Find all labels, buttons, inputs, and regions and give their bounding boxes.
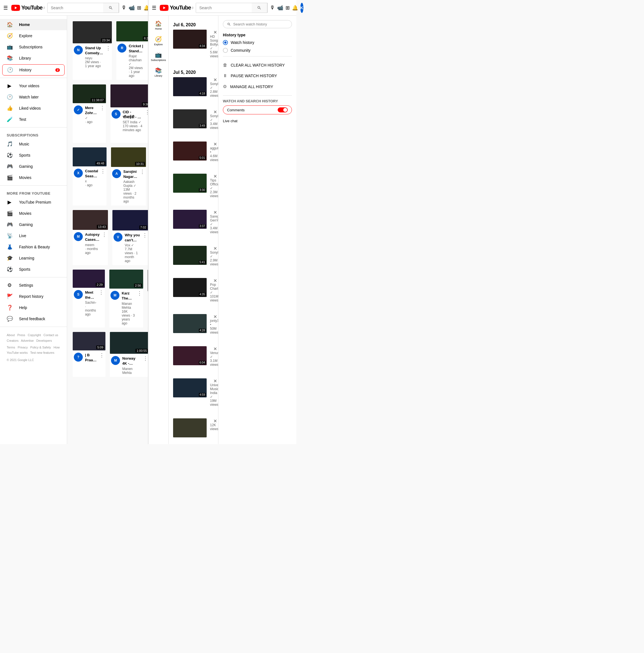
- right-user-avatar[interactable]: K: [300, 3, 303, 13]
- video-more-options[interactable]: ⋮: [99, 352, 104, 358]
- video-more-options[interactable]: ⋮: [102, 232, 107, 238]
- nav-subscriptions[interactable]: 📺 Subscriptions: [150, 49, 168, 64]
- sidebar-item-report-history[interactable]: 🚩 Report history: [0, 291, 67, 302]
- history-search-input[interactable]: [233, 22, 288, 26]
- notification-bell-icon[interactable]: 🔔: [144, 3, 148, 13]
- video-card[interactable]: 5:00 F Baba Sehgal - Thanda Thanda Pani(…: [148, 270, 148, 327]
- sidebar-item-history[interactable]: 🕐 History 2: [2, 64, 65, 75]
- footer-copyright[interactable]: Copyright: [28, 333, 41, 337]
- video-card[interactable]: 2:56 M Karz Theme Music - A humble tribu…: [109, 270, 143, 327]
- video-card[interactable]: 49:48 X Coastal Seas | FULL x · ago ⋮: [73, 147, 106, 206]
- nav-home[interactable]: 🏠 Home: [150, 18, 168, 32]
- sidebar-item-watch-later[interactable]: 🕐 Watch later: [0, 92, 67, 103]
- nav-library[interactable]: 📚 Library: [150, 65, 168, 79]
- sidebar-item-help[interactable]: ❓ Help: [0, 302, 67, 313]
- apps-grid-icon[interactable]: ⊞: [137, 3, 141, 13]
- video-more-options[interactable]: ⋮: [145, 109, 148, 115]
- footer-creators[interactable]: Creators: [7, 339, 19, 342]
- video-more-options[interactable]: ⋮: [140, 169, 145, 175]
- video-more-options[interactable]: ⋮: [137, 290, 142, 296]
- right-menu-icon[interactable]: ☰: [152, 3, 156, 13]
- history-remove-button[interactable]: ✕: [213, 378, 217, 384]
- video-card[interactable]: 1:00:55 M Norway 4K - Scenic Relaxation …: [110, 332, 148, 377]
- sidebar-item-learning[interactable]: 🎓 Learning: [0, 252, 67, 264]
- sidebar-item-your-videos[interactable]: ▶ Your videos: [0, 80, 67, 92]
- history-item[interactable]: 4:35 Leja Leja Re... Pop Chartbusters ✓ …: [173, 278, 214, 311]
- sidebar-item-sports[interactable]: ⚽ Sports: [0, 150, 67, 161]
- history-item[interactable]: 4:34 हम दोनों दो प्रे... HD Songs Bollyw…: [173, 30, 214, 67]
- history-remove-button[interactable]: ✕: [213, 314, 217, 319]
- sidebar-item-feedback[interactable]: 💬 Send feedback: [0, 313, 67, 324]
- video-card[interactable]: 7:02 V Why you can't compare Covid-19 va…: [113, 210, 148, 265]
- video-more-options[interactable]: ⋮: [100, 105, 105, 111]
- clear-all-btn[interactable]: 🗑 CLEAR ALL WATCH HISTORY: [223, 60, 292, 71]
- history-remove-button[interactable]: ✕: [213, 174, 217, 179]
- video-card[interactable]: 10:31 A Sarojini Nagar | Excuse Me Broth…: [111, 147, 146, 206]
- menu-icon[interactable]: ☰: [3, 3, 8, 13]
- sidebar-item-subscriptions[interactable]: 📺 Subscriptions: [0, 41, 67, 53]
- history-remove-button[interactable]: ✕: [213, 142, 217, 147]
- video-more-options[interactable]: ⋮: [146, 43, 148, 49]
- footer-contact[interactable]: Contact us: [43, 333, 58, 337]
- video-card[interactable]: 11:38:07 ✓ Mere Zohra Jabeen | Wade Pyar…: [73, 84, 106, 143]
- history-item[interactable]: 6:04 Kam... Ishq -... Venus ✓ 3.1M views…: [173, 346, 214, 375]
- sidebar-item-liked-videos[interactable]: 👍 Liked videos: [0, 103, 67, 114]
- mic-icon[interactable]: 🎙: [121, 3, 126, 13]
- history-item[interactable]: All Abou... 12K views ✕ ⋮: [173, 418, 214, 437]
- sidebar-item-test[interactable]: 🧪 Test: [0, 114, 67, 125]
- video-more-options[interactable]: ⋮: [106, 45, 111, 51]
- right-video-icon[interactable]: 📹: [277, 3, 283, 13]
- search-button[interactable]: [103, 3, 119, 13]
- footer-about[interactable]: About: [7, 333, 15, 337]
- video-more-options[interactable]: ⋮: [100, 168, 105, 174]
- sidebar-item-explore[interactable]: 🧭 Explore: [0, 30, 67, 41]
- history-remove-button[interactable]: ✕: [213, 30, 217, 35]
- history-item[interactable]: 3:30 90s Popu... Tips Official ✓ 2.3M vi…: [173, 174, 214, 207]
- video-upload-icon[interactable]: 📹: [129, 3, 135, 13]
- history-item[interactable]: 5:41 Ustad Sulta... SonyMusicIndiaVEVO ✓…: [173, 246, 214, 275]
- history-remove-button[interactable]: ✕: [213, 278, 217, 283]
- footer-terms-link[interactable]: Terms: [7, 346, 15, 349]
- history-remove-button[interactable]: ✕: [213, 77, 217, 82]
- sidebar-item-gaming[interactable]: 🎮 Gaming: [0, 161, 67, 172]
- right-bell-icon[interactable]: 🔔: [292, 3, 298, 13]
- history-remove-button[interactable]: ✕: [213, 246, 217, 251]
- watch-history-radio[interactable]: Watch history: [223, 40, 292, 45]
- comments-toggle[interactable]: Comments: [223, 105, 292, 114]
- video-card[interactable]: 13:43 M Autopsy Cases like How COVID... …: [73, 210, 108, 265]
- right-search-button[interactable]: [252, 3, 267, 13]
- video-card[interactable]: 23:34 N Stand Up Comedy By Ashok Upamany…: [73, 21, 112, 80]
- sidebar-item-home[interactable]: 🏠 Home: [0, 19, 67, 30]
- footer-policy-link[interactable]: Policy & Safety: [30, 346, 51, 349]
- video-more-options[interactable]: ⋮: [142, 232, 147, 238]
- footer-advertise[interactable]: Advertise: [21, 339, 34, 342]
- sidebar-item-fashion[interactable]: 👗 Fashion & Beauty: [0, 241, 67, 252]
- sidebar-item-premium[interactable]: ▶ YouTube Premium: [0, 197, 67, 208]
- nav-explore[interactable]: 🧭 Explore: [150, 33, 168, 48]
- history-remove-button[interactable]: ✕: [213, 110, 217, 115]
- sidebar-item-movies[interactable]: 🎬 Movies: [0, 172, 67, 183]
- video-card[interactable]: 8:21 R Cricket | Stand Up Comedy By Raja…: [116, 21, 148, 80]
- footer-test-features-link[interactable]: Test new features: [30, 351, 54, 354]
- history-remove-button[interactable]: ✕: [213, 346, 217, 352]
- history-remove-button[interactable]: ✕: [213, 418, 217, 424]
- sidebar-item-settings[interactable]: ⚙ Settings: [0, 280, 67, 291]
- video-more-options[interactable]: ⋮: [99, 289, 104, 296]
- sidebar-item-gaming2[interactable]: 🎮 Gaming: [0, 219, 67, 230]
- right-mic-icon[interactable]: 🎙: [270, 3, 275, 13]
- video-card[interactable]: 2:29 S Meet the Music Janhvi Sachin- · m…: [73, 270, 105, 327]
- history-item[interactable]: 3:49 Leslie Lewi... SonyMusicIndiaVEVO ✓…: [173, 110, 214, 138]
- sidebar-item-library[interactable]: 📚 Library: [0, 53, 67, 64]
- history-item[interactable]: 4:59 DJ Aqee... Universal Music India ✓ …: [173, 378, 214, 415]
- history-remove-button[interactable]: ✕: [213, 210, 217, 215]
- pause-watch-btn[interactable]: ⏸ PAUSE WATCH HISTORY: [223, 71, 292, 81]
- video-card[interactable]: 5:09 ? | B Praak Ft Sidiqui & Suni... ⋮: [73, 332, 105, 377]
- video-card[interactable]: 9:38 S CID - सीआईडी - Ep 938 - CID-Comma…: [110, 84, 148, 143]
- search-input[interactable]: [48, 3, 103, 13]
- history-item[interactable]: 4:18 Colo... Cous... SonyMusicIndiaVEVO …: [173, 77, 214, 106]
- history-item[interactable]: 5:01 Rang Rang... aggutkarsh • 4.6M view…: [173, 142, 214, 170]
- sidebar-item-movies2[interactable]: 🎬 Movies: [0, 208, 67, 219]
- sidebar-item-live[interactable]: 📡 Live: [0, 230, 67, 241]
- video-more-options[interactable]: ⋮: [143, 356, 148, 362]
- footer-press[interactable]: Press: [17, 333, 25, 337]
